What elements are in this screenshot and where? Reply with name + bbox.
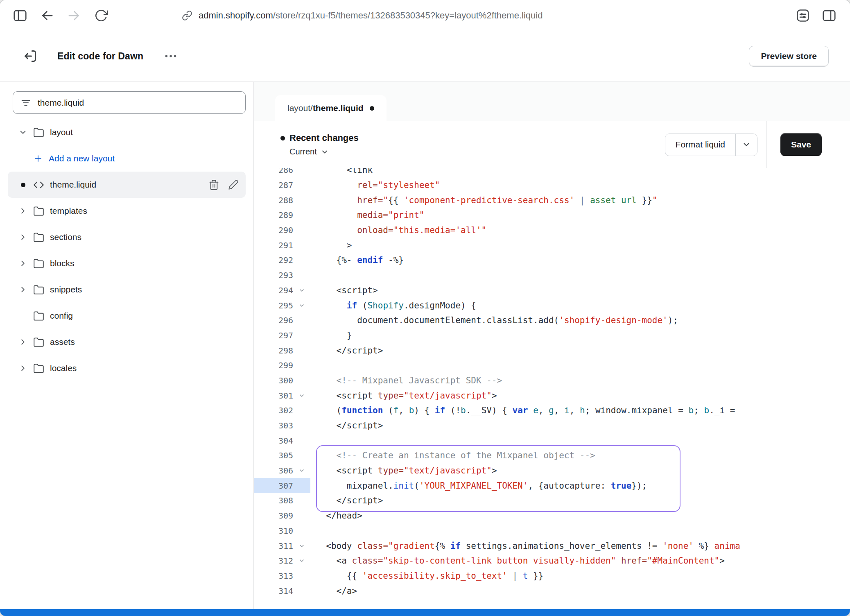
- code-line[interactable]: 309 </head>: [254, 508, 850, 523]
- sidebar-item-config[interactable]: config: [8, 303, 246, 329]
- extensions-icon[interactable]: [794, 7, 812, 24]
- code-text[interactable]: <script type="text/javascript">: [310, 466, 497, 476]
- active-line-gutter[interactable]: 307: [254, 478, 310, 493]
- save-button[interactable]: Save: [780, 133, 822, 156]
- line-gutter[interactable]: 310: [254, 523, 310, 539]
- line-gutter[interactable]: 301: [254, 388, 310, 403]
- sidebar-item-layout[interactable]: layout: [8, 119, 246, 145]
- add-new-layout-link[interactable]: Add a new layout: [8, 145, 246, 172]
- code-line[interactable]: 302 (function (f, b) { if (!b.__SV) { va…: [254, 403, 850, 418]
- code-text[interactable]: <a class="skip-to-content-link button vi…: [310, 556, 725, 566]
- file-search-input[interactable]: theme.liquid: [13, 91, 246, 114]
- chevron-right-icon[interactable]: [18, 259, 28, 268]
- line-gutter[interactable]: 314: [254, 583, 310, 598]
- code-line[interactable]: 292 {%- endif -%}: [254, 253, 850, 268]
- code-text[interactable]: if (Shopify.designMode) {: [310, 301, 476, 310]
- preview-store-button[interactable]: Preview store: [749, 46, 829, 67]
- line-gutter[interactable]: 309: [254, 508, 310, 523]
- line-gutter[interactable]: 305: [254, 448, 310, 463]
- code-text[interactable]: </script>: [310, 421, 383, 430]
- code-line[interactable]: 306 <script type="text/javascript">: [254, 463, 850, 478]
- code-text[interactable]: <link: [310, 168, 373, 175]
- code-line[interactable]: 299: [254, 358, 850, 373]
- code-line[interactable]: 290 onload="this.media='all'": [254, 223, 850, 238]
- line-gutter[interactable]: 298: [254, 343, 310, 358]
- code-text[interactable]: href="{{ 'component-predictive-search.cs…: [310, 195, 658, 205]
- sidebar-item-locales[interactable]: locales: [8, 355, 246, 381]
- panel-right-icon[interactable]: [821, 7, 838, 24]
- code-text[interactable]: <body class="gradient{% if settings.anim…: [310, 541, 740, 551]
- line-gutter[interactable]: 287: [254, 178, 310, 193]
- format-options-chevron-icon[interactable]: [735, 134, 757, 156]
- code-line[interactable]: 295 if (Shopify.designMode) {: [254, 298, 850, 313]
- sidebar-item-sections[interactable]: sections: [8, 224, 246, 250]
- code-line[interactable]: 312 <a class="skip-to-content-link butto…: [254, 553, 850, 568]
- sidebar-item-templates[interactable]: templates: [8, 198, 246, 224]
- delete-file-icon[interactable]: [208, 179, 219, 190]
- line-gutter[interactable]: 292: [254, 253, 310, 268]
- code-text[interactable]: media="print": [310, 210, 425, 220]
- code-text[interactable]: mixpanel.init('YOUR_MIXPANEL_TOKEN', {au…: [310, 481, 647, 491]
- line-gutter[interactable]: 300: [254, 373, 310, 388]
- code-line[interactable]: 303 </script>: [254, 418, 850, 433]
- fold-chevron-icon[interactable]: [293, 302, 310, 309]
- line-gutter[interactable]: 295: [254, 298, 310, 313]
- fold-chevron-icon[interactable]: [293, 287, 310, 294]
- code-line[interactable]: 301 <script type="text/javascript">: [254, 388, 850, 403]
- line-gutter[interactable]: 286: [254, 168, 310, 178]
- code-line[interactable]: 291 >: [254, 238, 850, 253]
- chevron-right-icon[interactable]: [18, 206, 28, 215]
- chevron-right-icon[interactable]: [18, 285, 28, 294]
- fold-chevron-icon[interactable]: [293, 467, 310, 474]
- code-line[interactable]: 311 <body class="gradient{% if settings.…: [254, 538, 850, 553]
- line-gutter[interactable]: 304: [254, 433, 310, 448]
- tab-layout-theme-liquid[interactable]: layout/theme.liquid: [275, 95, 387, 121]
- line-gutter[interactable]: 308: [254, 493, 310, 508]
- line-gutter[interactable]: 302: [254, 403, 310, 418]
- code-line[interactable]: 304: [254, 433, 850, 448]
- more-actions-icon[interactable]: [164, 49, 178, 63]
- sidebar-item-blocks[interactable]: blocks: [8, 250, 246, 276]
- format-liquid-button[interactable]: Format liquid: [665, 134, 735, 156]
- line-gutter[interactable]: 306: [254, 463, 310, 478]
- code-line[interactable]: 298 </script>: [254, 343, 850, 358]
- line-gutter[interactable]: 290: [254, 223, 310, 238]
- exit-code-editor-button[interactable]: [22, 48, 38, 64]
- line-gutter[interactable]: 303: [254, 418, 310, 433]
- code-line[interactable]: 286 <link: [254, 168, 850, 178]
- code-line[interactable]: 308 </script>: [254, 493, 850, 508]
- code-text[interactable]: >: [310, 240, 352, 250]
- line-gutter[interactable]: 294: [254, 283, 310, 298]
- fold-chevron-icon[interactable]: [293, 543, 310, 549]
- code-line[interactable]: 296 document.documentElement.classList.a…: [254, 313, 850, 328]
- chevron-right-icon[interactable]: [18, 233, 28, 242]
- code-text[interactable]: {%- endif -%}: [310, 255, 404, 265]
- forward-arrow-icon[interactable]: [66, 7, 83, 24]
- code-text[interactable]: rel="stylesheet": [310, 180, 440, 190]
- line-gutter[interactable]: 296: [254, 313, 310, 328]
- line-gutter[interactable]: 288: [254, 192, 310, 208]
- reload-icon[interactable]: [93, 7, 110, 24]
- code-line[interactable]: 287 rel="stylesheet": [254, 178, 850, 193]
- code-editor[interactable]: 286 <link287 rel="stylesheet"288 href="{…: [254, 168, 850, 609]
- fold-chevron-icon[interactable]: [293, 392, 310, 399]
- code-line[interactable]: 300 <!-- Mixpanel Javascript SDK -->: [254, 373, 850, 388]
- code-line[interactable]: 289 media="print": [254, 208, 850, 223]
- line-gutter[interactable]: 291: [254, 238, 310, 253]
- line-gutter[interactable]: 289: [254, 208, 310, 223]
- sidebar-item-assets[interactable]: assets: [8, 329, 246, 355]
- code-text[interactable]: }: [310, 331, 352, 340]
- line-gutter[interactable]: 297: [254, 328, 310, 343]
- code-line[interactable]: 313 {{ 'accessibility.skip_to_text' | t …: [254, 568, 850, 584]
- code-text[interactable]: <script type="text/javascript">: [310, 391, 497, 401]
- code-text[interactable]: <!-- Create an instance of the Mixpanel …: [310, 451, 595, 460]
- chevron-right-icon[interactable]: [18, 337, 28, 346]
- code-line[interactable]: 307 mixpanel.init('YOUR_MIXPANEL_TOKEN',…: [254, 478, 850, 493]
- address-bar[interactable]: admin.shopify.com/store/rzq1xu-f5/themes…: [182, 10, 543, 21]
- chevron-down-icon[interactable]: [18, 128, 28, 137]
- code-text[interactable]: </script>: [310, 496, 383, 505]
- code-line[interactable]: 294 <script>: [254, 283, 850, 298]
- code-text[interactable]: document.documentElement.classList.add('…: [310, 315, 678, 325]
- line-gutter[interactable]: 299: [254, 358, 310, 373]
- code-line[interactable]: 310: [254, 523, 850, 539]
